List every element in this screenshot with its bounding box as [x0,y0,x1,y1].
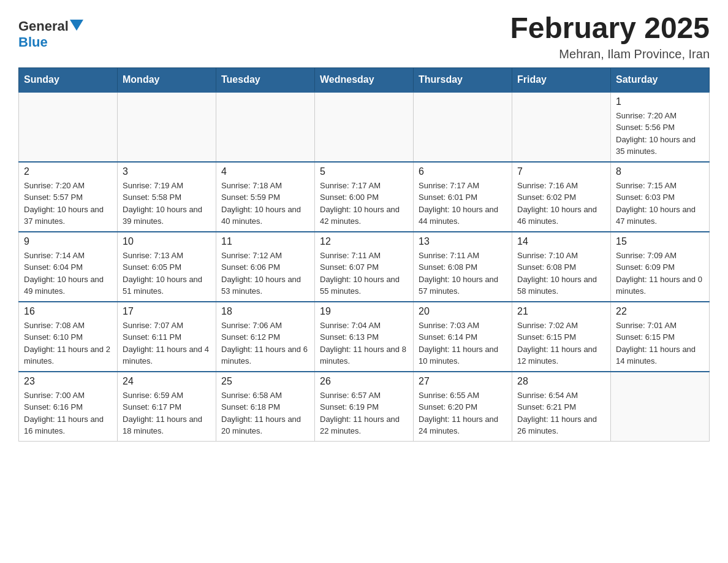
day-info: Sunrise: 7:01 AMSunset: 6:15 PMDaylight:… [616,320,704,367]
day-number: 16 [24,306,112,317]
day-info: Sunrise: 7:20 AMSunset: 5:56 PMDaylight:… [616,110,704,158]
day-info: Sunrise: 7:13 AMSunset: 6:05 PMDaylight:… [123,250,211,297]
day-number: 25 [221,376,309,387]
day-number: 22 [616,306,704,317]
day-info: Sunrise: 7:15 AMSunset: 6:03 PMDaylight:… [616,180,704,228]
header-thursday: Thursday [414,67,512,92]
header-tuesday: Tuesday [216,67,315,92]
day-number: 2 [24,166,112,177]
table-row [216,92,315,162]
calendar-week-row: 2Sunrise: 7:20 AMSunset: 5:57 PMDaylight… [19,162,710,232]
table-row: 24Sunrise: 6:59 AMSunset: 6:17 PMDayligh… [118,372,216,442]
table-row: 2Sunrise: 7:20 AMSunset: 5:57 PMDaylight… [19,162,118,232]
day-info: Sunrise: 7:07 AMSunset: 6:11 PMDaylight:… [123,320,211,367]
table-row: 19Sunrise: 7:04 AMSunset: 6:13 PMDayligh… [315,302,414,372]
day-number: 10 [123,236,211,247]
table-row: 23Sunrise: 7:00 AMSunset: 6:16 PMDayligh… [19,372,118,442]
table-row: 26Sunrise: 6:57 AMSunset: 6:19 PMDayligh… [315,372,414,442]
table-row: 27Sunrise: 6:55 AMSunset: 6:20 PMDayligh… [414,372,512,442]
table-row: 20Sunrise: 7:03 AMSunset: 6:14 PMDayligh… [414,302,512,372]
table-row: 13Sunrise: 7:11 AMSunset: 6:08 PMDayligh… [414,232,512,302]
calendar-table: Sunday Monday Tuesday Wednesday Thursday… [18,67,710,442]
header-saturday: Saturday [611,67,710,92]
day-info: Sunrise: 7:00 AMSunset: 6:16 PMDaylight:… [24,389,112,437]
day-info: Sunrise: 7:10 AMSunset: 6:08 PMDaylight:… [517,250,605,297]
calendar-header-row: Sunday Monday Tuesday Wednesday Thursday… [19,67,710,92]
day-info: Sunrise: 7:17 AMSunset: 6:01 PMDaylight:… [419,180,507,228]
title-block: February 2025 Mehran, Ilam Province, Ira… [510,12,710,61]
day-info: Sunrise: 7:03 AMSunset: 6:14 PMDaylight:… [419,320,507,367]
day-number: 11 [221,236,309,247]
day-info: Sunrise: 6:58 AMSunset: 6:18 PMDaylight:… [221,389,309,437]
header-friday: Friday [512,67,611,92]
logo-general-text: General [18,18,69,34]
table-row [414,92,512,162]
day-number: 18 [221,306,309,317]
table-row: 4Sunrise: 7:18 AMSunset: 5:59 PMDaylight… [216,162,315,232]
day-info: Sunrise: 7:09 AMSunset: 6:09 PMDaylight:… [616,250,704,297]
table-row: 17Sunrise: 7:07 AMSunset: 6:11 PMDayligh… [118,302,216,372]
table-row: 22Sunrise: 7:01 AMSunset: 6:15 PMDayligh… [611,302,710,372]
table-row: 11Sunrise: 7:12 AMSunset: 6:06 PMDayligh… [216,232,315,302]
logo-blue-text: Blue [18,34,48,50]
day-info: Sunrise: 6:55 AMSunset: 6:20 PMDaylight:… [419,389,507,437]
day-info: Sunrise: 6:59 AMSunset: 6:17 PMDaylight:… [123,389,211,437]
table-row: 6Sunrise: 7:17 AMSunset: 6:01 PMDaylight… [414,162,512,232]
day-info: Sunrise: 7:02 AMSunset: 6:15 PMDaylight:… [517,320,605,367]
day-info: Sunrise: 7:04 AMSunset: 6:13 PMDaylight:… [320,320,408,367]
table-row: 3Sunrise: 7:19 AMSunset: 5:58 PMDaylight… [118,162,216,232]
logo: General Blue [18,12,83,50]
day-info: Sunrise: 7:18 AMSunset: 5:59 PMDaylight:… [221,180,309,228]
table-row: 9Sunrise: 7:14 AMSunset: 6:04 PMDaylight… [19,232,118,302]
page-header: General Blue February 2025 Mehran, Ilam … [18,12,710,61]
day-number: 23 [24,376,112,387]
table-row [512,92,611,162]
day-number: 19 [320,306,408,317]
day-number: 20 [419,306,507,317]
day-number: 14 [517,236,605,247]
table-row: 15Sunrise: 7:09 AMSunset: 6:09 PMDayligh… [611,232,710,302]
table-row: 10Sunrise: 7:13 AMSunset: 6:05 PMDayligh… [118,232,216,302]
day-number: 6 [419,166,507,177]
calendar-week-row: 1Sunrise: 7:20 AMSunset: 5:56 PMDaylight… [19,92,710,162]
calendar-title: February 2025 [510,12,710,45]
day-info: Sunrise: 7:12 AMSunset: 6:06 PMDaylight:… [221,250,309,297]
table-row: 14Sunrise: 7:10 AMSunset: 6:08 PMDayligh… [512,232,611,302]
day-number: 4 [221,166,309,177]
day-info: Sunrise: 7:11 AMSunset: 6:08 PMDaylight:… [419,250,507,297]
table-row [118,92,216,162]
header-monday: Monday [118,67,216,92]
day-number: 27 [419,376,507,387]
table-row: 21Sunrise: 7:02 AMSunset: 6:15 PMDayligh… [512,302,611,372]
table-row: 7Sunrise: 7:16 AMSunset: 6:02 PMDaylight… [512,162,611,232]
day-number: 7 [517,166,605,177]
day-number: 26 [320,376,408,387]
day-number: 1 [616,96,704,107]
table-row: 8Sunrise: 7:15 AMSunset: 6:03 PMDaylight… [611,162,710,232]
table-row: 25Sunrise: 6:58 AMSunset: 6:18 PMDayligh… [216,372,315,442]
table-row: 1Sunrise: 7:20 AMSunset: 5:56 PMDaylight… [611,92,710,162]
day-info: Sunrise: 7:17 AMSunset: 6:00 PMDaylight:… [320,180,408,228]
day-number: 28 [517,376,605,387]
day-info: Sunrise: 7:06 AMSunset: 6:12 PMDaylight:… [221,320,309,367]
table-row [611,372,710,442]
header-wednesday: Wednesday [315,67,414,92]
day-number: 13 [419,236,507,247]
day-number: 15 [616,236,704,247]
day-info: Sunrise: 7:08 AMSunset: 6:10 PMDaylight:… [24,320,112,367]
calendar-week-row: 23Sunrise: 7:00 AMSunset: 6:16 PMDayligh… [19,372,710,442]
day-info: Sunrise: 7:20 AMSunset: 5:57 PMDaylight:… [24,180,112,228]
table-row: 12Sunrise: 7:11 AMSunset: 6:07 PMDayligh… [315,232,414,302]
day-info: Sunrise: 7:16 AMSunset: 6:02 PMDaylight:… [517,180,605,228]
table-row: 28Sunrise: 6:54 AMSunset: 6:21 PMDayligh… [512,372,611,442]
table-row: 18Sunrise: 7:06 AMSunset: 6:12 PMDayligh… [216,302,315,372]
day-info: Sunrise: 6:57 AMSunset: 6:19 PMDaylight:… [320,389,408,437]
day-info: Sunrise: 7:14 AMSunset: 6:04 PMDaylight:… [24,250,112,297]
calendar-week-row: 9Sunrise: 7:14 AMSunset: 6:04 PMDaylight… [19,232,710,302]
calendar-subtitle: Mehran, Ilam Province, Iran [510,47,710,61]
day-info: Sunrise: 7:19 AMSunset: 5:58 PMDaylight:… [123,180,211,228]
day-number: 9 [24,236,112,247]
day-number: 12 [320,236,408,247]
day-info: Sunrise: 7:11 AMSunset: 6:07 PMDaylight:… [320,250,408,297]
table-row: 5Sunrise: 7:17 AMSunset: 6:00 PMDaylight… [315,162,414,232]
